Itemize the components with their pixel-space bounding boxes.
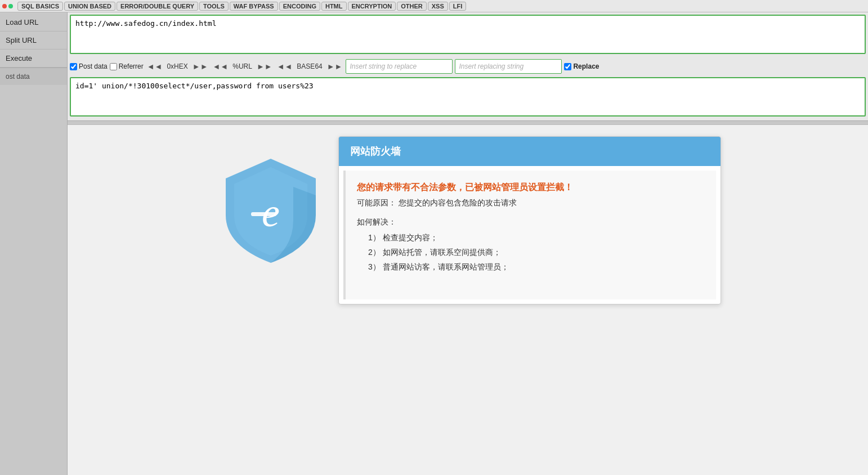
url-label: %URL [231,62,254,70]
nav-waf-bypass[interactable]: WAF BYPASS [230,2,278,11]
hex-right-arrow[interactable]: ►► [191,62,209,71]
nav-indicators [2,4,13,8]
nav-sql-basics[interactable]: SQL BASICS [17,2,63,11]
base64-item: ◄◄ BASE64 ►► [276,62,344,71]
nav-encryption[interactable]: ENCRYPTION [348,2,396,11]
insert-replacing-input[interactable] [455,59,562,74]
firewall-reason: 可能原因： 您提交的内容包含危险的攻击请求 [357,198,705,208]
hex-label: 0xHEX [165,62,189,70]
post-data-checkbox[interactable] [70,63,77,70]
firewall-box: 网站防火墙 您的请求带有不合法参数，已被网站管理员设置拦截！ 可能原因： 您提交… [338,136,721,304]
content-area: http://www.safedog.cn/index.html Post da… [68,12,868,475]
firewall-body: 您的请求带有不合法参数，已被网站管理员设置拦截！ 可能原因： 您提交的内容包含危… [343,171,716,299]
hex-left-arrow[interactable]: ◄◄ [146,62,164,71]
firewall-step-1: 1） 检查提交内容； [368,233,705,243]
post-data-label: Post data [79,62,108,70]
replace-item: Replace [564,62,599,70]
url-right-arrow[interactable]: ►► [256,62,274,71]
replace-label: Replace [573,62,599,70]
firewall-steps-list: 1） 检查提交内容； 2） 如网站托管，请联系空间提供商； 3） 普通网站访客，… [357,233,705,272]
base64-left-arrow[interactable]: ◄◄ [276,62,294,71]
nav-xss[interactable]: XSS [428,2,448,11]
nav-other[interactable]: OTHER [397,2,427,11]
execute-button[interactable]: Execute [0,50,67,68]
dot-green-icon [8,4,13,8]
replace-checkbox[interactable] [564,63,571,70]
referrer-checkbox[interactable] [110,63,117,70]
firewall-step-2: 2） 如网站托管，请联系空间提供商； [368,248,705,258]
url-input[interactable]: http://www.safedog.cn/index.html [70,15,866,54]
split-url-button[interactable]: Split URL [0,32,67,50]
reason-text: 您提交的内容包含危险的攻击请求 [399,198,517,207]
sidebar: Load URL Split URL Execute ost data [0,12,68,475]
insert-string-input[interactable] [346,59,453,74]
hex-item: ◄◄ 0xHEX ►► [146,62,209,71]
firewall-howto: 如何解决： [357,217,705,227]
load-url-button[interactable]: Load URL [0,14,67,32]
top-nav: SQL BASICS UNION BASED ERROR/DOUBLE QUER… [0,0,868,12]
response-container: e 网站防火墙 您的请求带有不合法参数，已被网站管理员设置拦截！ 可能原因： 您… [214,136,721,304]
dot-red-icon [2,4,7,8]
postdata-section: id=1' union/*!30100select*/user,password… [68,76,868,120]
section-divider [68,120,868,125]
firewall-step-3: 3） 普通网站访客，请联系网站管理员； [368,262,705,272]
toolbar-row: Post data Referrer ◄◄ 0xHEX ►► ◄◄ %URL ►… [68,57,868,76]
svg-rect-1 [251,212,276,216]
post-data-item: Post data [70,62,108,70]
nav-html[interactable]: HTML [321,2,347,11]
post-data-sidebar-label: ost data [0,68,67,85]
base64-right-arrow[interactable]: ►► [326,62,344,71]
post-data-input[interactable]: id=1' union/*!30100select*/user,password… [70,77,866,116]
shield-icon: e [220,153,321,266]
url-section: http://www.safedog.cn/index.html [68,12,868,57]
url-left-arrow[interactable]: ◄◄ [212,62,230,71]
firewall-header: 网站防火墙 [339,137,721,166]
nav-error-double[interactable]: ERROR/DOUBLE QUERY [117,2,198,11]
url-encode-item: ◄◄ %URL ►► [212,62,274,71]
referrer-label: Referrer [119,62,144,70]
reason-prefix: 可能原因： [357,198,396,207]
firewall-title: 您的请求带有不合法参数，已被网站管理员设置拦截！ [357,182,705,194]
nav-encoding[interactable]: ENCODING [279,2,320,11]
base64-label: BASE64 [295,62,324,70]
referrer-item: Referrer [110,62,144,70]
nav-tools[interactable]: TOOLS [199,2,229,11]
nav-lfi[interactable]: LFI [449,2,467,11]
nav-union-based[interactable]: UNION BASED [64,2,115,11]
main-layout: Load URL Split URL Execute ost data http… [0,12,868,475]
response-area: e 网站防火墙 您的请求带有不合法参数，已被网站管理员设置拦截！ 可能原因： 您… [68,125,868,475]
shield-logo: e [214,136,327,266]
